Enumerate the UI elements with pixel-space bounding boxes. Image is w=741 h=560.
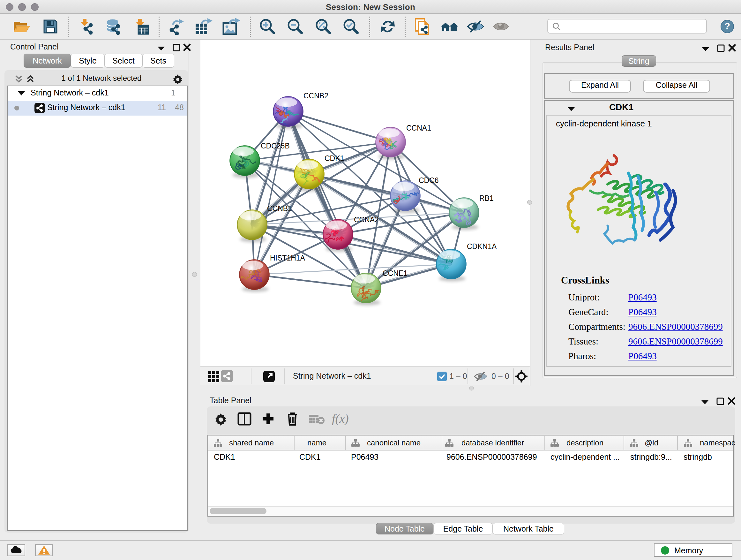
svg-text:CCNA2: CCNA2 bbox=[354, 215, 379, 224]
svg-text:CDKN1A: CDKN1A bbox=[467, 242, 497, 251]
svg-text:CDC25B: CDC25B bbox=[261, 142, 290, 150]
svg-text:CCNA1: CCNA1 bbox=[406, 124, 431, 132]
svg-text:?: ? bbox=[724, 21, 730, 31]
svg-text:CCNE1: CCNE1 bbox=[383, 269, 408, 277]
svg-text:CDC6: CDC6 bbox=[419, 176, 439, 185]
svg-text:CCNB2: CCNB2 bbox=[304, 91, 328, 100]
svg-text:CCNB1: CCNB1 bbox=[267, 204, 292, 212]
svg-text:CDK1: CDK1 bbox=[325, 154, 344, 163]
svg-text:RB1: RB1 bbox=[479, 194, 494, 202]
svg-text:HIST1H1A: HIST1H1A bbox=[270, 254, 306, 262]
